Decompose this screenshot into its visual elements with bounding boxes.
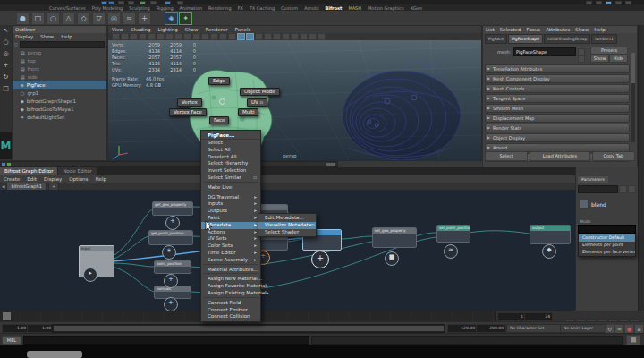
outliner-search-input[interactable] xyxy=(20,41,105,48)
strip-slider-handle[interactable] xyxy=(326,163,335,166)
option-box-icon[interactable]: ▫ xyxy=(311,222,315,229)
presets-button[interactable]: Presets xyxy=(590,47,628,55)
menu-list[interactable]: List xyxy=(486,27,495,32)
node-badge[interactable]: + xyxy=(165,216,180,230)
shelf-tab[interactable]: XGen xyxy=(411,5,423,11)
menu-item-visualize-metadata[interactable]: Visualize Metadata▫ xyxy=(258,222,316,229)
menu-attributes[interactable]: Attributes xyxy=(546,27,570,32)
menu-item-assign-existing-material[interactable]: Assign Existing Material▸ xyxy=(201,290,260,297)
viewport-toolbar-icon[interactable] xyxy=(210,33,218,40)
menu-item-time-editor[interactable]: Time Editor▸ xyxy=(201,250,260,257)
viewport-toolbar-icon-active[interactable] xyxy=(237,33,245,40)
outliner-item-defaultlightset[interactable]: ✦defaultLightSet xyxy=(13,113,106,121)
node-output[interactable]: output xyxy=(530,225,571,244)
node-badge[interactable]: ∗ xyxy=(162,245,176,260)
menu-display[interactable]: Display xyxy=(44,176,62,182)
menu-show[interactable]: Show xyxy=(185,27,199,32)
tab-bifrost-graph-editor[interactable]: Bifrost Graph Editor xyxy=(0,167,57,175)
shelf-tab[interactable]: Animation xyxy=(180,5,203,11)
time-slider-playhead[interactable] xyxy=(3,312,11,320)
menu-item-connect-emitter[interactable]: Connect Emitter xyxy=(201,307,260,314)
command-mode-button[interactable]: MEL xyxy=(2,336,21,345)
ae-tab-shadinggroup[interactable]: initialShadingGroup xyxy=(544,34,590,44)
shelf-item-plane[interactable]: ▽ xyxy=(92,12,106,25)
shelf-item-disc[interactable]: ◎ xyxy=(107,12,121,25)
menu-selected[interactable]: Selected xyxy=(500,27,521,32)
select-tool-icon[interactable]: ↖ xyxy=(0,25,12,37)
ae-tab-pigface[interactable]: PigFace xyxy=(485,34,507,44)
viewport-toolbar-icon-active[interactable] xyxy=(246,33,254,40)
viewport-panel[interactable]: View Shading Lighting Show Renderer Pane… xyxy=(107,25,482,161)
parameters-dropdown[interactable] xyxy=(578,225,636,234)
ae-section[interactable]: ▶Smooth Mesh xyxy=(485,104,630,113)
menu-show[interactable]: Show xyxy=(575,27,589,32)
node-get-point-position[interactable]: get_point_position xyxy=(148,230,193,245)
menu-item-connect-collision[interactable]: Connect Collision xyxy=(201,313,260,320)
graph-back-icon[interactable]: ◀ xyxy=(2,184,4,189)
viewport-toolbar-icon[interactable] xyxy=(255,33,263,40)
menu-help[interactable]: Help xyxy=(95,176,106,182)
parameters-filter-input[interactable] xyxy=(578,185,618,193)
shelf-item-curve[interactable]: ≈ xyxy=(123,12,136,25)
menu-item-dg-traversal[interactable]: DG Traversal▸ xyxy=(201,194,260,201)
menu-view[interactable]: View xyxy=(112,27,123,32)
menu-show[interactable]: Show xyxy=(40,34,54,39)
select-button[interactable]: Select xyxy=(485,151,528,161)
menu-item-make-live[interactable]: Make Live xyxy=(201,184,260,192)
shelf-item-cylinder[interactable]: ○ xyxy=(47,12,60,25)
ae-tab-pigfaceshape[interactable]: PigFaceShape xyxy=(508,34,543,44)
node-badge[interactable]: ≈ xyxy=(444,244,458,259)
pin-icon[interactable] xyxy=(578,55,585,63)
menu-item-material-attributes[interactable]: Material Attributes... xyxy=(201,267,260,274)
outliner-item-persp[interactable]: ▤persp xyxy=(13,48,106,56)
marking-menu-face[interactable]: Face xyxy=(209,116,229,124)
copy-tab-button[interactable]: Copy Tab xyxy=(592,151,635,161)
bifrost-strip-icon2[interactable] xyxy=(7,163,11,166)
menu-item-invert-selection[interactable]: Invert Selection xyxy=(201,167,260,175)
node-get-geo-property[interactable]: get_geo_property xyxy=(152,201,193,216)
menu-help[interactable]: Help xyxy=(61,34,72,39)
viewport-toolbar-icon[interactable] xyxy=(139,33,147,40)
move-tool-icon[interactable]: + xyxy=(0,60,12,72)
viewport-toolbar-icon[interactable] xyxy=(291,33,299,40)
shelf-item-add[interactable]: + xyxy=(138,12,151,25)
ae-tab-lambert[interactable]: lambert1 xyxy=(591,34,617,44)
viewport-toolbar-icon[interactable] xyxy=(201,33,209,40)
menu-item-inputs[interactable]: Inputs▸ xyxy=(201,200,260,208)
viewport-toolbar-icon[interactable] xyxy=(121,33,129,40)
shelf-item-cube[interactable]: □ xyxy=(31,12,45,25)
menu-item-select-all[interactable]: Select All xyxy=(201,147,260,154)
playback-end-field[interactable]: 120.00 xyxy=(447,324,478,333)
end-frame-field[interactable]: 24 xyxy=(524,312,553,321)
shelf-item-cone[interactable]: △ xyxy=(62,12,75,25)
viewport-toolbar-icon[interactable] xyxy=(273,33,281,40)
menu-create[interactable]: Create xyxy=(4,176,20,182)
outliner-item-bifrostgeotomaya[interactable]: ◆bifrostGeoToMaya1 xyxy=(13,105,106,113)
tab-node-editor[interactable]: Node Editor xyxy=(58,167,96,175)
pane-divider-strip[interactable] xyxy=(0,161,338,167)
bge-canvas[interactable]: input get_geo_property get_point_positio… xyxy=(0,190,575,311)
shelf-tab[interactable]: FX Caching xyxy=(250,5,275,11)
outliner-item-grp1[interactable]: ○grp1 xyxy=(13,89,106,97)
filter-icon[interactable]: ▽ xyxy=(14,42,18,47)
shelf-tab[interactable]: Curves/Surfaces xyxy=(49,5,86,11)
marking-menu-multi[interactable]: Multi xyxy=(238,108,258,116)
viewport-toolbar-icon[interactable] xyxy=(219,33,227,40)
viewport-toolbar-icon[interactable] xyxy=(300,33,308,40)
menu-item-select-shader[interactable]: Select Shader xyxy=(258,229,316,236)
node-badge-input[interactable]: ▸ xyxy=(83,268,97,282)
shelf-tab[interactable]: FX xyxy=(238,5,243,11)
viewport-toolbar-icon[interactable] xyxy=(157,33,165,40)
current-frame-field[interactable]: 1 xyxy=(497,312,526,321)
gear-icon[interactable] xyxy=(628,185,636,193)
viewport-toolbar-icon[interactable] xyxy=(165,33,174,40)
node-badge[interactable]: + xyxy=(164,274,178,288)
anim-end-field[interactable]: 200.00 xyxy=(476,324,506,333)
menu-item-select-similar[interactable]: Select Similar▫ xyxy=(201,175,260,182)
viewport-toolbar-icon[interactable] xyxy=(148,33,156,40)
shelf-tab[interactable]: Motion Graphics xyxy=(368,5,404,11)
dropdown-option[interactable]: Elements per face vertex xyxy=(579,249,635,256)
menu-item-scene-assembly[interactable]: Scene Assembly▸ xyxy=(201,257,260,264)
dropdown-option[interactable]: Elements per point xyxy=(579,242,635,249)
menu-renderer[interactable]: Renderer xyxy=(205,27,227,32)
